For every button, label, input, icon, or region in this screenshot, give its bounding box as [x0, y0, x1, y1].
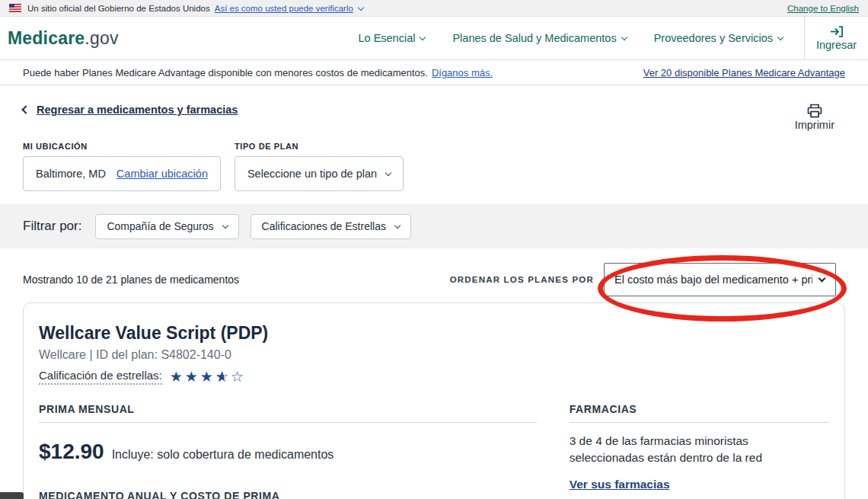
- logo-brand: Medicare: [8, 28, 85, 48]
- chevron-down-icon: [385, 170, 391, 176]
- sort-label: ORDENAR LOS PLANES POR: [450, 275, 594, 284]
- change-language-link[interactable]: Change to English: [787, 4, 859, 13]
- insurance-company-filter[interactable]: Compañía de Seguros: [95, 214, 238, 239]
- star-rating-label[interactable]: Calificación de estrellas:: [39, 369, 162, 385]
- filter-bar: Filtrar por: Compañía de Seguros Calific…: [0, 204, 868, 248]
- pharmacies-header: FARMACIAS: [570, 403, 829, 423]
- chevron-down-icon: [222, 222, 228, 229]
- location-box: Baltimore, MD Cambiar ubicación: [23, 156, 221, 191]
- plan-type-dropdown[interactable]: Seleccione un tipo de plan: [235, 156, 404, 191]
- view-advantage-plans-link[interactable]: Ver 20 disponible Planes Medicare Advant…: [643, 67, 845, 78]
- pharmacies-column: FARMACIAS 3 de 4 de las farmacias minori…: [570, 403, 829, 499]
- change-location-link[interactable]: Cambiar ubicación: [116, 168, 208, 180]
- login-icon: [830, 26, 843, 37]
- location-value: Baltimore, MD: [36, 168, 106, 180]
- results-count: Mostrando 10 de 21 planes de medicamento…: [23, 273, 239, 286]
- nav-planes-salud-medicamentos[interactable]: Planes de Salud y Medicamentos: [452, 32, 626, 44]
- medicare-logo[interactable]: Medicare.gov: [8, 28, 119, 49]
- page-toolbar: Regresar a medicamentos y farmacias Impr…: [0, 85, 868, 131]
- star-ratings-filter[interactable]: Calificaciones de Estrellas: [251, 214, 411, 239]
- premium-note: Incluye: solo cobertura de medicamentos: [112, 448, 334, 462]
- plan-type-label: TIPO DE PLAN: [235, 142, 404, 151]
- official-gov-bar: Un sitio oficial del Gobierno de Estados…: [0, 0, 868, 17]
- star-rating-row: Calificación de estrellas: ★★★★☆☆: [39, 369, 829, 385]
- logo-suffix: .gov: [85, 28, 118, 48]
- plan-subtitle: Wellcare | ID del plan: S4802-140-0: [39, 348, 829, 362]
- results-row: Mostrando 10 de 21 planes de medicamento…: [0, 248, 868, 302]
- pharmacies-network-text: 3 de 4 de las farmacias minoristas selec…: [570, 433, 821, 467]
- premium-line: $12.90 Incluye: solo cobertura de medica…: [39, 440, 537, 464]
- plan-cost-column: PRIMA MENSUAL $12.90 Incluye: solo cober…: [39, 403, 537, 499]
- main-nav: Lo Esencial Planes de Salud y Medicament…: [358, 32, 804, 44]
- chevron-down-icon: [621, 34, 627, 40]
- location-label: MI UBICACIÓN: [23, 142, 221, 151]
- selectors-row: MI UBICACIÓN Baltimore, MD Cambiar ubica…: [0, 131, 868, 191]
- location-group: MI UBICACIÓN Baltimore, MD Cambiar ubica…: [23, 142, 221, 191]
- notice-text: Puede haber Planes Medicare Advantage di…: [23, 67, 428, 78]
- chevron-down-icon: [819, 275, 826, 283]
- star-rating: ★★★★☆☆: [170, 369, 246, 384]
- chevron-left-icon: [21, 105, 30, 114]
- plan-card-columns: PRIMA MENSUAL $12.90 Incluye: solo cober…: [39, 403, 829, 499]
- plan-type-group: TIPO DE PLAN Seleccione un tipo de plan: [235, 142, 404, 191]
- plan-card: Wellcare Value Script (PDP) Wellcare | I…: [23, 302, 845, 499]
- nav-lo-esencial[interactable]: Lo Esencial: [358, 32, 425, 44]
- notice-banner: Puede haber Planes Medicare Advantage di…: [0, 60, 868, 85]
- annual-cost-header: MEDICAMENTO ANUAL Y COSTO DE PRIMA: [39, 490, 537, 499]
- plan-title: Wellcare Value Script (PDP): [39, 323, 829, 344]
- verify-link[interactable]: Así es como usted puede verificarlo: [215, 4, 363, 13]
- filter-label: Filtrar por:: [23, 219, 81, 234]
- chevron-down-icon: [777, 34, 783, 40]
- cutoff-widget-fragment: [0, 492, 24, 499]
- monthly-premium-header: PRIMA MENSUAL: [39, 403, 537, 423]
- official-site-text: Un sitio oficial del Gobierno de Estados…: [27, 4, 210, 13]
- sort-group: ORDENAR LOS PLANES POR El costo más bajo…: [450, 263, 836, 296]
- view-pharmacies-link[interactable]: Ver sus farmacias: [570, 478, 670, 491]
- chevron-down-icon: [358, 4, 364, 10]
- premium-amount: $12.90: [39, 440, 104, 464]
- signin-button[interactable]: Ingresar: [804, 17, 868, 60]
- back-link[interactable]: Regresar a medicamentos y farmacias: [23, 104, 238, 116]
- sort-plans-dropdown[interactable]: El costo más bajo del medicamento + prim…: [604, 263, 836, 296]
- us-flag-icon: [9, 4, 21, 12]
- chevron-down-icon: [420, 34, 426, 40]
- printer-icon: [806, 104, 823, 118]
- tell-us-more-link[interactable]: Díganos más.: [432, 67, 493, 78]
- nav-proveedores-servicios[interactable]: Proveedores y Servicios: [654, 32, 783, 44]
- chevron-down-icon: [394, 222, 400, 229]
- print-button[interactable]: Imprimir: [795, 104, 834, 131]
- site-header: Medicare.gov Lo Esencial Planes de Salud…: [0, 17, 868, 60]
